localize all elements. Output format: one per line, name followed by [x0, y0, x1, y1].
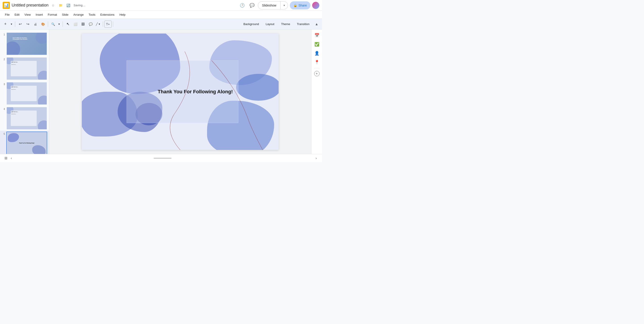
print-button[interactable]: 🖨 — [32, 21, 39, 28]
divider-4 — [103, 22, 103, 27]
menu-format[interactable]: Format — [46, 12, 59, 17]
thank-you-text: Thank You For Following Along! — [158, 89, 233, 95]
add-button[interactable]: + — [2, 21, 9, 28]
toolbar: + ▾ ↩ ↪ 🖨 🎨 🔍 ▾ ↖ ⬜ 🖼 💬 ╱ ▾ T+ Backgroun… — [0, 19, 322, 30]
document-title[interactable]: Untitled presentation — [12, 3, 48, 8]
menu-view[interactable]: View — [22, 12, 33, 17]
text-tool[interactable]: T+ — [104, 21, 112, 28]
thumb2-title: Add Title Here — [12, 62, 18, 63]
menu-help[interactable]: Help — [117, 12, 128, 17]
add-dropdown[interactable]: ▾ — [10, 21, 14, 28]
thumb5-blob2 — [32, 145, 46, 154]
slide-number-3: 3 — [2, 82, 5, 86]
thumb4-subtitle: Add Text Here… — [12, 114, 16, 115]
thumb3-inner — [11, 86, 37, 101]
maps-panel-icon[interactable]: 📍 — [313, 58, 321, 66]
select-shape-tool[interactable]: ⬜ — [72, 21, 79, 28]
slide-number-5: 5 — [2, 132, 5, 135]
thumb3-circle-br — [38, 96, 47, 105]
slideshow-button-group: Slideshow ▾ — [258, 1, 288, 10]
share-button[interactable]: 🔒 Share — [290, 1, 310, 10]
theme-button[interactable]: Theme — [278, 21, 293, 28]
background-button[interactable]: Background — [240, 21, 262, 28]
thumb1-shape1 — [7, 41, 20, 55]
slide-thumbnail-5[interactable]: Thank You For Following Along! — [6, 132, 47, 154]
transition-button[interactable]: Transition — [294, 21, 312, 28]
blob-oval-right — [236, 74, 278, 101]
menu-insert[interactable]: Insert — [33, 12, 45, 17]
undo-button[interactable]: ↩ — [16, 21, 24, 28]
history-icon[interactable]: 🕐 — [238, 1, 246, 10]
slide-item-4[interactable]: 4 Add Title Here… Add Text Here… — [0, 106, 49, 131]
slide-number-4: 4 — [2, 107, 5, 110]
thumb4-inner — [11, 111, 37, 126]
slide-item-5[interactable]: 5 Thank You For Following Along! — [0, 131, 49, 154]
slide-number-2: 2 — [2, 57, 5, 61]
right-panel-divider — [314, 68, 320, 68]
layout-button[interactable]: Layout — [262, 21, 278, 28]
slide-item-2[interactable]: 2 Add Title Here Add Text Here… — [0, 56, 49, 81]
tasks-panel-icon[interactable]: ✅ — [313, 40, 321, 48]
thumb1-shape2 — [36, 33, 47, 44]
slide-canvas[interactable]: Thank You For Following Along! — [82, 34, 278, 150]
slide-thumbnail-3[interactable]: Add Title Here… Add Text Here… — [6, 82, 47, 105]
redo-button[interactable]: ↪ — [24, 21, 31, 28]
zoom-button[interactable]: 🔍 — [50, 21, 56, 28]
star-icon[interactable]: ☆ — [50, 2, 56, 9]
slideshow-dropdown-arrow[interactable]: ▾ — [281, 2, 288, 9]
slide-thumbnail-2[interactable]: Add Title Here Add Text Here… — [6, 57, 47, 80]
titlebar: 📊 Untitled presentation ☆ 📁 🔄 Saving… 🕐 … — [0, 0, 322, 11]
menu-file[interactable]: File — [3, 12, 12, 17]
canvas-area[interactable]: Thank You For Following Along! — [49, 30, 311, 154]
app-icon[interactable]: 📊 — [3, 2, 10, 9]
menu-tools[interactable]: Tools — [86, 12, 98, 17]
bottom-left: ⊞ ‹ — [3, 155, 12, 161]
cloud-sync-icon[interactable]: 🔄 — [65, 2, 71, 9]
zoom-select[interactable]: ▾ — [57, 21, 61, 28]
line-tool[interactable]: ╱ ▾ — [94, 21, 102, 28]
paint-format-button[interactable]: 🎨 — [39, 21, 46, 28]
titlebar-right: 🕐 💬 Slideshow ▾ 🔒 Share — [238, 1, 319, 10]
comments-icon[interactable]: 💬 — [248, 1, 256, 10]
slide-number-1: 1 — [2, 32, 5, 36]
sidebar-toggle-icon[interactable]: ‹ — [11, 156, 12, 160]
menu-slide[interactable]: Slide — [60, 12, 71, 17]
slide-thumbnail-1[interactable]: How To Make An AestheticPresentation Fro… — [6, 32, 47, 55]
divider-5 — [113, 22, 113, 27]
lock-icon: 🔒 — [294, 4, 297, 7]
shape-tool[interactable]: 💬 — [87, 21, 94, 28]
collapse-toolbar-button[interactable]: ▲ — [313, 21, 320, 28]
folder-icon[interactable]: 📁 — [58, 2, 64, 9]
slide-thumbnail-4[interactable]: Add Title Here… Add Text Here… — [6, 107, 47, 130]
bottom-bar: ⊞ ‹ › — [0, 154, 322, 162]
thumb4-title: Add Title Here… — [12, 111, 18, 112]
divider-2 — [48, 22, 48, 27]
thumb4-circle-br — [38, 120, 47, 129]
select-tool[interactable]: ↖ — [64, 21, 71, 28]
thumb5-text: Thank You For Following Along! — [19, 143, 34, 144]
expand-icon[interactable]: › — [313, 155, 319, 161]
scroll-indicator — [154, 158, 172, 159]
bottom-right: › — [313, 155, 319, 161]
slides-sidebar: 1 How To Make An AestheticPresentation F… — [0, 30, 49, 154]
right-side-panel: 📅 ✅ 👤 📍 + — [311, 30, 322, 154]
image-tool[interactable]: 🖼 — [80, 21, 86, 28]
thumb2-circle-br — [38, 71, 47, 80]
menu-edit[interactable]: Edit — [12, 12, 22, 17]
menu-arrange[interactable]: Arrange — [71, 12, 86, 17]
thumb3-title: Add Title Here… — [12, 86, 18, 88]
grid-view-icon[interactable]: ⊞ — [3, 155, 9, 161]
slideshow-main-button[interactable]: Slideshow — [258, 2, 281, 9]
calendar-panel-icon[interactable]: 📅 — [313, 31, 321, 39]
user-avatar[interactable] — [312, 2, 319, 9]
divider-3 — [62, 22, 63, 27]
contacts-panel-icon[interactable]: 👤 — [313, 49, 321, 57]
menu-extensions[interactable]: Extensions — [98, 12, 117, 17]
thumb3-subtitle: Add Text Here… — [12, 89, 16, 90]
slide-item-1[interactable]: 1 How To Make An AestheticPresentation F… — [0, 31, 49, 56]
thumb1-title: How To Make An AestheticPresentation Fro… — [13, 37, 28, 40]
thumb2-inner — [11, 61, 37, 76]
add-panel-button[interactable]: + — [314, 71, 320, 76]
thumb5-blob1 — [8, 133, 19, 142]
slide-item-3[interactable]: 3 Add Title Here… Add Text Here… — [0, 81, 49, 106]
